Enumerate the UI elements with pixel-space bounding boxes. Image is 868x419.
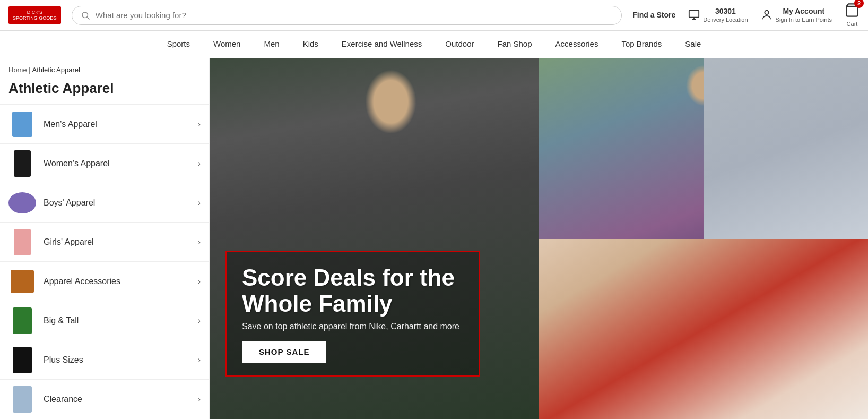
shop-sale-button[interactable]: SHOP SALE xyxy=(242,341,326,363)
womens-apparel-label: Women's Apparel xyxy=(44,159,198,168)
delivery-label: Delivery Location xyxy=(703,16,748,23)
big-tall-label: Big & Tall xyxy=(44,316,198,326)
boys-apparel-label: Boys' Apparel xyxy=(44,198,198,208)
nav-item-women[interactable]: Women xyxy=(202,31,252,58)
delivery-action[interactable]: 30301 Delivery Location xyxy=(688,6,748,23)
womens-apparel-image xyxy=(8,150,36,177)
nav-item-fanshop[interactable]: Fan Shop xyxy=(486,31,544,58)
person-icon xyxy=(761,9,772,21)
chevron-right-icon: › xyxy=(198,237,201,247)
nav-item-outdoor[interactable]: Outdoor xyxy=(433,31,485,58)
logo-line1: DICK'S xyxy=(13,10,57,15)
main-nav: Sports Women Men Kids Exercise and Welln… xyxy=(0,31,868,58)
search-icon xyxy=(81,11,90,20)
cart-action[interactable]: 2 Cart xyxy=(845,3,860,28)
account-title: My Account xyxy=(776,6,832,16)
sidebar-item-big-tall[interactable]: Big & Tall › xyxy=(0,301,209,340)
sidebar-item-clearance[interactable]: Clearance › xyxy=(0,379,209,418)
main-content: Home | Athletic Apparel Athletic Apparel… xyxy=(0,58,868,419)
account-action[interactable]: My Account Sign In to Earn Points xyxy=(761,6,832,23)
chevron-right-icon: › xyxy=(198,119,201,129)
breadcrumb-separator: | xyxy=(27,66,32,74)
sidebar-item-plus-sizes[interactable]: Plus Sizes › xyxy=(0,340,209,379)
nav-item-sale[interactable]: Sale xyxy=(673,31,713,58)
mens-apparel-label: Men's Apparel xyxy=(44,119,198,129)
sidebar-item-womens-apparel[interactable]: Women's Apparel › xyxy=(0,143,209,183)
svg-rect-2 xyxy=(689,11,699,18)
header: DICK'S SPORTING GOODS Find a Store 30301… xyxy=(0,0,868,31)
hero-top-right-extra xyxy=(704,58,868,239)
chevron-right-icon: › xyxy=(198,395,201,404)
chevron-right-icon: › xyxy=(198,277,201,286)
svg-point-0 xyxy=(82,12,88,18)
clearance-label: Clearance xyxy=(44,395,198,404)
nav-item-topbrands[interactable]: Top Brands xyxy=(610,31,673,58)
logo-line2: SPORTING GOODS xyxy=(13,15,57,21)
apparel-accessories-image xyxy=(8,268,36,295)
plus-sizes-image xyxy=(8,346,36,374)
breadcrumb-home[interactable]: Home xyxy=(8,66,27,74)
sidebar: Home | Athletic Apparel Athletic Apparel… xyxy=(0,58,210,419)
nav-item-sports[interactable]: Sports xyxy=(155,31,202,58)
sidebar-item-girls-apparel[interactable]: Girls' Apparel › xyxy=(0,222,209,261)
apparel-accessories-label: Apparel Accessories xyxy=(44,277,198,286)
find-store-action[interactable]: Find a Store xyxy=(632,10,675,20)
breadcrumb: Home | Athletic Apparel xyxy=(0,66,209,78)
hero-deal-box: Score Deals for the Whole Family Save on… xyxy=(225,251,480,377)
location-icon xyxy=(688,9,700,21)
nav-item-men[interactable]: Men xyxy=(252,31,291,58)
nav-item-kids[interactable]: Kids xyxy=(291,31,330,58)
hero-area: Score Deals for the Whole Family Save on… xyxy=(210,58,868,419)
boys-apparel-image xyxy=(8,189,36,217)
big-tall-image xyxy=(8,307,36,335)
chevron-right-icon: › xyxy=(198,198,201,208)
chevron-right-icon: › xyxy=(198,355,201,365)
nav-item-accessories[interactable]: Accessories xyxy=(544,31,610,58)
header-actions: Find a Store 30301 Delivery Location My … xyxy=(632,3,860,28)
cart-badge: 2 xyxy=(845,3,860,20)
search-bar[interactable] xyxy=(72,6,622,25)
clearance-image xyxy=(8,386,36,413)
search-input[interactable] xyxy=(96,11,613,20)
delivery-zip: 30301 xyxy=(703,6,748,16)
sidebar-title: Athletic Apparel xyxy=(0,78,209,104)
svg-line-1 xyxy=(87,17,89,19)
hero-bottom-right-image xyxy=(539,239,869,419)
girls-apparel-image xyxy=(8,228,36,256)
cart-count: 2 xyxy=(854,0,864,8)
deal-subtitle: Save on top athletic apparel from Nike, … xyxy=(242,322,464,331)
breadcrumb-current: Athletic Apparel xyxy=(32,66,80,74)
chevron-right-icon: › xyxy=(198,316,201,326)
logo[interactable]: DICK'S SPORTING GOODS xyxy=(8,6,61,24)
account-sub: Sign In to Earn Points xyxy=(776,16,832,23)
girls-apparel-label: Girls' Apparel xyxy=(44,237,198,247)
mens-apparel-image xyxy=(8,110,36,138)
hero-bottom-right-panel xyxy=(539,239,869,419)
hero-main-panel: Score Deals for the Whole Family Save on… xyxy=(210,58,539,419)
deal-title: Score Deals for the Whole Family xyxy=(242,265,464,317)
sidebar-item-mens-apparel[interactable]: Men's Apparel › xyxy=(0,104,209,143)
hero-top-right-panel xyxy=(539,58,869,239)
sidebar-item-boys-apparel[interactable]: Boys' Apparel › xyxy=(0,183,209,222)
nav-item-exercise[interactable]: Exercise and Wellness xyxy=(330,31,433,58)
svg-point-5 xyxy=(765,11,768,14)
find-store-label: Find a Store xyxy=(632,10,675,20)
plus-sizes-label: Plus Sizes xyxy=(44,355,198,365)
chevron-right-icon: › xyxy=(198,159,201,168)
cart-label: Cart xyxy=(847,20,858,28)
sidebar-item-apparel-accessories[interactable]: Apparel Accessories › xyxy=(0,261,209,301)
